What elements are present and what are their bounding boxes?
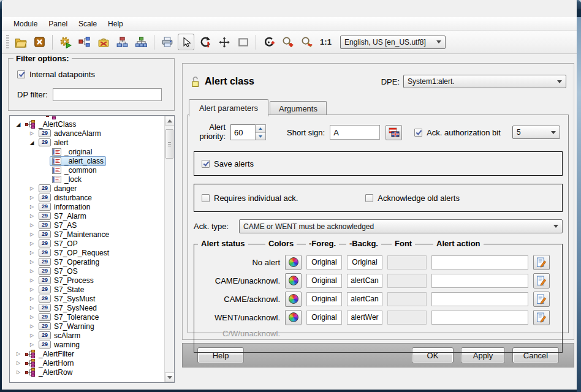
language-select[interactable]: English, US [en_US.utf8] (340, 36, 446, 49)
edit-action-button[interactable] (533, 292, 550, 307)
alert-action-input[interactable] (431, 255, 528, 270)
tree-item-_lock[interactable]: _lock (10, 175, 164, 184)
foreground-color-field[interactable]: Original (306, 255, 342, 270)
edit-action-button[interactable] (533, 310, 550, 325)
run-module-button[interactable] (57, 34, 74, 50)
expand-arrow-icon[interactable]: ▷ (28, 296, 36, 301)
expand-arrow-icon[interactable]: ▷ (14, 369, 23, 375)
tab-alert-parameters[interactable]: Alert parameters (189, 99, 268, 116)
tree-item-content[interactable]: _AlertRow (23, 368, 75, 377)
tree-item-_AlertFilter[interactable]: ▷_AlertFilter (10, 349, 164, 358)
background-color-field[interactable]: alertWer (347, 311, 382, 325)
expand-arrow-icon[interactable]: ▷ (28, 259, 36, 265)
edit-action-button[interactable] (533, 273, 550, 288)
scroll-up-button[interactable] (165, 116, 175, 126)
tree-item-_AlertHorn[interactable]: ▷_AlertHorn (10, 358, 164, 368)
ack-authorization-select[interactable]: 5 (512, 126, 560, 139)
tree-item-content[interactable]: 29S7_OP_Request (36, 248, 112, 258)
tree-item-content[interactable]: 29disturbance (36, 193, 94, 203)
ack-authorization-checkbox[interactable] (414, 129, 422, 137)
dp-tree-button[interactable] (133, 34, 150, 50)
tree-item-S7_Tolerance[interactable]: ▷29S7_Tolerance (10, 312, 164, 322)
tree-item-content[interactable]: 29danger (36, 184, 79, 194)
dp-types-button[interactable] (114, 34, 131, 50)
requires-individual-ack-checkbox[interactable] (202, 194, 210, 202)
refresh-button[interactable] (197, 34, 213, 50)
tree-item-alert[interactable]: ◢29alert (10, 138, 164, 147)
print-button[interactable] (159, 34, 175, 50)
expand-arrow-icon[interactable]: ▷ (28, 250, 36, 255)
dpe-select[interactable]: System1:alert. (403, 75, 566, 88)
color-picker-button[interactable] (285, 273, 302, 288)
tree-item-content[interactable]: 29S7_OP (36, 239, 80, 249)
alert-action-input[interactable] (431, 311, 528, 325)
tree-item-_AlertRow[interactable]: ▷_AlertRow (10, 368, 164, 377)
tree-item-content[interactable]: 29S7_Process (36, 276, 96, 285)
tree-item-content[interactable]: 29S7_SysMust (36, 294, 97, 304)
edit-action-button[interactable] (533, 255, 550, 270)
expand-arrow-icon[interactable]: ▷ (14, 360, 23, 366)
expand-arrow-icon[interactable]: ▷ (28, 232, 36, 237)
tree-item-S7_Operating[interactable]: ▷29S7_Operating (10, 257, 164, 266)
tree-item-_original[interactable]: _original (10, 147, 164, 156)
toolbox-button[interactable] (95, 34, 112, 50)
tree-item-content[interactable]: 29S7_Warning (36, 322, 97, 331)
alert-action-input[interactable] (431, 292, 528, 306)
expand-arrow-icon[interactable]: ▷ (28, 222, 36, 228)
zoom-rect-button[interactable] (235, 34, 251, 50)
tree-item-S7_Maintenance[interactable]: ▷29S7_Maintenance (10, 230, 164, 239)
color-picker-button[interactable] (285, 310, 302, 325)
tree-item-content[interactable]: 29information (36, 202, 93, 212)
tree-item-danger[interactable]: ▷29danger (10, 184, 164, 193)
select-tool-button[interactable] (178, 34, 194, 50)
expand-arrow-icon[interactable]: ▷ (28, 314, 36, 320)
alert-action-input[interactable] (431, 274, 528, 288)
tree-item-S7_Alarm[interactable]: ▷29S7_Alarm (10, 211, 164, 221)
expand-arrow-icon[interactable]: ▷ (28, 342, 36, 347)
tree-item-information[interactable]: ▷29information (10, 202, 164, 211)
expand-arrow-icon[interactable]: ▷ (28, 204, 36, 209)
tree-item-content[interactable]: _AlertHorn (23, 358, 76, 368)
tree-item-disturbance[interactable]: ▷29disturbance (10, 193, 164, 202)
expand-arrow-icon[interactable]: ▷ (14, 351, 23, 356)
tree-selection[interactable]: _alert_class (50, 156, 106, 166)
zoom-out-button[interactable] (298, 34, 315, 50)
tree-item-content[interactable]: _AlertFilter (23, 349, 77, 359)
foreground-color-field[interactable]: Original (306, 292, 342, 306)
menu-help[interactable]: Help (102, 18, 129, 29)
tree-item-content[interactable]: 29alert (36, 138, 70, 148)
foreground-color-field[interactable]: Original (306, 274, 342, 288)
tree-item-S7_State[interactable]: ▷29S7_State (10, 285, 164, 294)
tree-item-S7_Process[interactable]: ▷29S7_Process (10, 276, 164, 285)
tree-item-S7_SysNeed[interactable]: ▷29S7_SysNeed (10, 303, 164, 312)
tree-item-content[interactable]: 29S7_Alarm (36, 211, 89, 221)
tree-item-content[interactable]: 29warning (36, 340, 82, 350)
expand-arrow-icon[interactable]: ▷ (28, 130, 36, 136)
expand-arrow-icon[interactable]: ▷ (28, 213, 36, 219)
multilanguage-button[interactable] (385, 125, 402, 140)
tree-item-content[interactable]: 29S7_State (36, 285, 86, 295)
ack-type-select[interactable]: CAME or WENT must be acknowledged (239, 219, 563, 233)
tree-item-content[interactable]: 29S7_Tolerance (36, 312, 101, 322)
expand-arrow-icon[interactable]: ▷ (28, 305, 36, 311)
tree-item-content[interactable]: _AlertClass (23, 119, 78, 129)
tree-item-content[interactable]: 29S7_Operating (36, 257, 102, 267)
acknowledge-old-alerts-checkbox[interactable] (365, 194, 373, 202)
menu-panel[interactable]: Panel (43, 18, 73, 29)
tree-item-content[interactable]: 29advanceAlarm (36, 129, 104, 138)
zoom-in-button[interactable] (279, 34, 296, 50)
dp-tree[interactable]: ◢_AlertClass▷29advanceAlarm◢29alert_orig… (9, 115, 175, 383)
menu-module[interactable]: Module (8, 18, 43, 29)
tree-item-advanceAlarm[interactable]: ▷29advanceAlarm (10, 129, 164, 138)
menu-scale[interactable]: Scale (73, 18, 102, 29)
foreground-color-field[interactable]: Original (306, 311, 342, 325)
expand-arrow-icon[interactable]: ▷ (28, 195, 36, 200)
expand-arrow-icon[interactable]: ▷ (28, 268, 36, 274)
move-tool-button[interactable] (216, 34, 232, 50)
tree-item-S7_OP_Request[interactable]: ▷29S7_OP_Request (10, 248, 164, 257)
expand-arrow-icon[interactable]: ▷ (28, 277, 36, 283)
tree-item-S7_SysMust[interactable]: ▷29S7_SysMust (10, 294, 164, 303)
expand-arrow-icon[interactable]: ▷ (28, 333, 36, 338)
tree-item-scAlarm[interactable]: ▷29scAlarm (10, 331, 164, 340)
background-color-field[interactable]: Original (347, 255, 382, 270)
